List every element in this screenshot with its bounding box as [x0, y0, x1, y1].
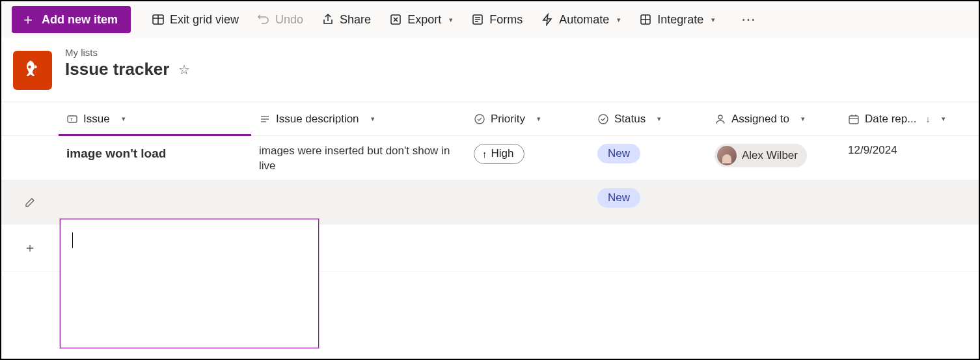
- column-label: Issue description: [276, 113, 359, 126]
- column-header-date[interactable]: Date rep... ↓ ▾: [840, 102, 970, 135]
- svg-rect-19: [849, 116, 858, 124]
- chevron-down-icon: ▾: [617, 16, 621, 24]
- priority-pill[interactable]: ↑ High: [474, 144, 524, 164]
- status-text: New: [608, 147, 630, 160]
- chevron-down-icon: ▾: [657, 115, 661, 123]
- export-icon: [389, 13, 402, 26]
- chevron-down-icon: ▾: [801, 115, 805, 123]
- table-row[interactable]: image won't load images were inserted bu…: [1, 136, 979, 180]
- chevron-down-icon: ▾: [942, 115, 946, 123]
- svg-text:T: T: [70, 117, 73, 122]
- exit-grid-view-label: Exit grid view: [170, 13, 239, 27]
- grid-header-row: T Issue ▾ Issue description ▾ Priority ▾…: [1, 102, 979, 136]
- person-chip[interactable]: Alex Wilber: [715, 144, 807, 167]
- plus-icon[interactable]: ＋: [23, 239, 36, 256]
- chevron-down-icon: ▾: [449, 16, 453, 24]
- cell-issue[interactable]: image won't load: [66, 136, 166, 161]
- favorite-star-icon[interactable]: ☆: [178, 62, 190, 77]
- status-pill[interactable]: New: [597, 144, 640, 163]
- column-label: Status: [614, 113, 646, 126]
- cell-description[interactable]: images were inserted but don't show in l…: [259, 136, 457, 174]
- automate-icon: [541, 13, 554, 26]
- share-button[interactable]: Share: [314, 8, 379, 32]
- column-header-assigned[interactable]: Assigned to ▾: [707, 102, 840, 135]
- list-title: Issue tracker: [65, 59, 169, 79]
- svg-point-16: [475, 115, 484, 124]
- export-label: Export: [407, 13, 441, 27]
- column-header-issue[interactable]: T Issue ▾: [59, 102, 251, 135]
- toolbar: ＋ Add new item Exit grid view Undo Share…: [1, 1, 979, 38]
- integrate-button[interactable]: Integrate ▾: [631, 8, 723, 32]
- avatar: [717, 146, 737, 165]
- integrate-icon: [639, 13, 652, 26]
- text-column-icon: T: [66, 113, 78, 125]
- undo-icon: [257, 13, 270, 26]
- status-pill[interactable]: New: [597, 188, 640, 208]
- row-gutter[interactable]: [1, 136, 59, 180]
- person-icon: [715, 113, 726, 125]
- column-label: Issue: [83, 113, 110, 126]
- forms-button[interactable]: Forms: [463, 8, 530, 32]
- automate-label: Automate: [559, 13, 609, 27]
- list-icon: [13, 51, 52, 90]
- multiline-icon: [259, 113, 271, 125]
- text-caret: [72, 232, 73, 248]
- more-button[interactable]: ⋯: [733, 6, 765, 33]
- list-header: My lists Issue tracker ☆: [1, 38, 979, 102]
- automate-button[interactable]: Automate ▾: [533, 8, 629, 32]
- breadcrumb[interactable]: My lists: [65, 47, 190, 58]
- pencil-icon: [24, 197, 36, 208]
- plus-icon: ＋: [21, 12, 35, 27]
- chevron-down-icon: ▾: [371, 115, 375, 123]
- integrate-label: Integrate: [657, 13, 703, 27]
- chevron-down-icon: ▾: [537, 115, 541, 123]
- table-row-editing[interactable]: New: [1, 180, 979, 225]
- add-new-item-label: Add new item: [42, 13, 118, 27]
- column-label: Assigned to: [731, 113, 789, 126]
- forms-icon: [471, 13, 484, 26]
- more-icon: ⋯: [741, 11, 757, 28]
- sort-descending-icon: ↓: [925, 114, 930, 124]
- column-label: Priority: [491, 113, 525, 126]
- priority-text: High: [491, 147, 514, 160]
- chevron-down-icon: ▾: [711, 16, 715, 24]
- exit-grid-view-button[interactable]: Exit grid view: [144, 8, 247, 32]
- add-new-item-button[interactable]: ＋ Add new item: [12, 6, 131, 33]
- svg-point-17: [599, 115, 608, 124]
- cell-date[interactable]: 12/9/2024: [848, 136, 897, 157]
- calendar-icon: [848, 113, 860, 125]
- arrow-up-icon: ↑: [482, 148, 487, 159]
- undo-button[interactable]: Undo: [249, 8, 311, 32]
- column-header-status[interactable]: Status ▾: [590, 102, 707, 135]
- undo-label: Undo: [275, 13, 303, 27]
- chevron-down-icon: ▾: [122, 115, 126, 123]
- cell-edit-popup[interactable]: [60, 219, 319, 348]
- share-label: Share: [340, 13, 371, 27]
- export-button[interactable]: Export ▾: [381, 8, 461, 32]
- column-header-priority[interactable]: Priority ▾: [466, 102, 590, 135]
- choice-icon: [474, 113, 485, 125]
- forms-label: Forms: [489, 13, 523, 27]
- choice-icon: [597, 113, 609, 125]
- assigned-name: Alex Wilber: [742, 149, 798, 162]
- grid-icon: [152, 13, 165, 26]
- share-icon: [321, 13, 334, 26]
- column-label: Date rep...: [865, 113, 916, 126]
- row-gutter[interactable]: [1, 180, 59, 224]
- status-text: New: [608, 191, 630, 204]
- column-header-description[interactable]: Issue description ▾: [251, 102, 466, 135]
- svg-point-18: [718, 115, 722, 119]
